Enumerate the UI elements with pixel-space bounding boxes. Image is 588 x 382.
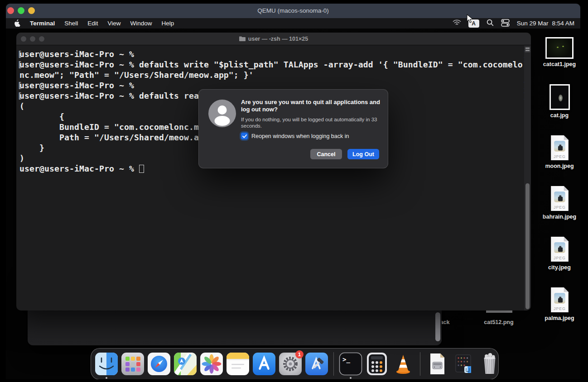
file-label: city.jpeg xyxy=(548,264,571,271)
dock-finder-icon[interactable] xyxy=(95,352,118,376)
dock-vlc-icon[interactable] xyxy=(391,352,415,376)
image-thumbnail xyxy=(549,84,570,110)
menu-clock[interactable]: Sun 29 Mar 8:54 AM xyxy=(517,20,574,27)
dock-launchpad-icon[interactable] xyxy=(121,352,145,376)
menu-item-edit[interactable]: Edit xyxy=(87,20,98,27)
svg-text:JPEG: JPEG xyxy=(554,205,566,210)
split-pane-icon[interactable] xyxy=(525,47,530,53)
background-window-scrollbar[interactable] xyxy=(435,312,440,341)
jpeg-file-icon: JPEG xyxy=(549,186,570,211)
image-thumbnail xyxy=(545,37,574,59)
dock-xcode-icon[interactable] xyxy=(305,352,328,376)
dock-minimized-window-icon[interactable] xyxy=(452,352,475,376)
desktop-file-cat[interactable]: cat.jpg xyxy=(532,84,580,119)
dock-calculator-icon[interactable] xyxy=(365,352,389,376)
svg-text:JPEG: JPEG xyxy=(554,306,566,311)
desktop-file-cat512[interactable]: cat512.png xyxy=(481,317,517,325)
terminal-window[interactable]: user — -zsh — 101×25 [user@users-iMac-Pr… xyxy=(16,33,531,310)
logout-dialog: Are you sure you want to quit all applic… xyxy=(198,89,388,168)
terminal-close-button[interactable] xyxy=(21,36,26,42)
menu-time: 8:54 AM xyxy=(552,20,574,27)
control-center-icon[interactable] xyxy=(501,19,510,28)
desktop-file-bahrain[interactable]: JPEG bahrain.jpeg xyxy=(532,186,580,220)
jpeg-file-icon: JPEG xyxy=(549,135,570,161)
dock-notes-icon[interactable] xyxy=(226,352,250,376)
terminal-title-text: user — -zsh — 101×25 xyxy=(248,36,308,42)
qemu-titlebar: QEMU (macos-sonoma-0) xyxy=(6,4,580,18)
file-label: cat.jpg xyxy=(550,112,569,119)
macos-screen: Terminal Shell Edit View Window Help xyxy=(6,18,580,379)
user-avatar xyxy=(208,100,236,127)
search-icon[interactable] xyxy=(487,19,494,28)
file-label: cat512.png xyxy=(484,319,513,325)
dock-maps-icon[interactable] xyxy=(174,352,197,376)
apple-menu-icon[interactable] xyxy=(14,19,20,28)
file-label: catcat1.jpeg xyxy=(543,61,576,67)
wifi-alert-icon[interactable] xyxy=(453,19,461,28)
terminal-scrollbar-thumb[interactable] xyxy=(525,183,530,309)
desktop-file-city[interactable]: JPEG city.jpeg xyxy=(532,236,580,271)
jpeg-file-icon: JPEG xyxy=(549,236,570,262)
dock-photos-icon[interactable] xyxy=(200,352,223,376)
desktop-file-catcat1[interactable]: catcat1.jpeg xyxy=(532,37,580,67)
qemu-window: QEMU (macos-sonoma-0) Terminal Shell Edi… xyxy=(6,4,580,379)
svg-text:>_: >_ xyxy=(342,356,350,363)
terminal-cursor xyxy=(139,165,144,173)
dock-terminal-icon[interactable]: >_ xyxy=(339,352,362,376)
menu-app-name[interactable]: Terminal xyxy=(30,20,55,27)
desktop-file-palma[interactable]: JPEG palma.jpeg xyxy=(532,287,580,321)
svg-text:JPEG: JPEG xyxy=(554,256,566,260)
terminal-zoom-button[interactable] xyxy=(39,36,44,42)
dock-app-store-icon[interactable] xyxy=(252,352,276,376)
dock-divider xyxy=(420,352,420,376)
desktop-file-moon[interactable]: JPEG moon.jpeg xyxy=(532,135,580,169)
dock-trash-icon[interactable] xyxy=(478,352,501,376)
dialog-title: Are you sure you want to quit all applic… xyxy=(241,99,382,113)
checkbox-label[interactable]: Reopen windows when logging back in xyxy=(251,133,349,139)
menu-item-window[interactable]: Window xyxy=(130,20,152,27)
running-indicator xyxy=(350,377,352,379)
menu-bar: Terminal Shell Edit View Window Help xyxy=(6,18,580,29)
notification-badge: 1 xyxy=(295,350,304,358)
dock-disk-image-document-icon[interactable] xyxy=(425,352,449,376)
menu-item-shell[interactable]: Shell xyxy=(64,20,78,27)
terminal-output: [user@users-iMac-Pro ~ %] [user@users-iM… xyxy=(16,45,524,310)
checkmark-icon xyxy=(242,134,247,138)
dock-safari-icon[interactable] xyxy=(147,352,171,376)
file-label: palma.jpeg xyxy=(545,315,574,321)
qemu-window-title: QEMU (macos-sonoma-0) xyxy=(6,4,580,18)
file-label: bahrain.jpeg xyxy=(543,214,576,220)
folder-icon xyxy=(239,36,246,41)
menu-item-view[interactable]: View xyxy=(108,20,121,27)
svg-text:JPEG: JPEG xyxy=(554,154,566,159)
dialog-body: If you do nothing, you will be logged ou… xyxy=(241,116,381,129)
file-label: moon.jpeg xyxy=(545,163,574,169)
reopen-windows-checkbox[interactable] xyxy=(241,133,248,139)
menu-date: Sun 29 Mar xyxy=(517,20,549,27)
terminal-titlebar[interactable]: user — -zsh — 101×25 xyxy=(16,33,531,45)
running-indicator xyxy=(106,377,107,379)
mouse-cursor xyxy=(467,14,473,25)
dock-settings-icon[interactable]: 1 xyxy=(279,352,302,376)
cancel-button[interactable]: Cancel xyxy=(310,149,342,159)
menu-item-help[interactable]: Help xyxy=(162,20,174,27)
jpeg-file-icon: JPEG xyxy=(549,287,570,313)
dock: 1 >_ xyxy=(91,348,499,379)
dock-divider xyxy=(333,352,334,376)
log-out-button[interactable]: Log Out xyxy=(347,149,379,159)
terminal-minimize-button[interactable] xyxy=(30,36,35,42)
